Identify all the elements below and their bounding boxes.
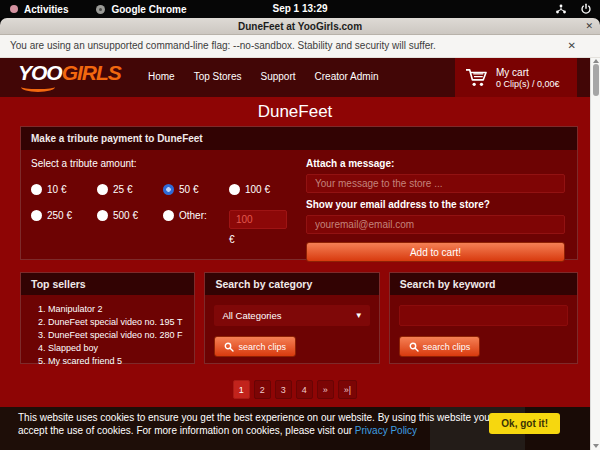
site-header: YOOGIRLS Home Top Stores Support Creator… xyxy=(0,58,590,97)
search-category-panel: Search by category All Categories ▼ sear… xyxy=(204,272,379,364)
search-icon xyxy=(224,342,234,352)
currency-label: € xyxy=(229,234,299,245)
nav-top-stores[interactable]: Top Stores xyxy=(194,71,242,82)
top-seller-item[interactable]: My scared friend 5 xyxy=(48,355,185,368)
network-icon[interactable] xyxy=(555,3,567,15)
cookie-text: This website uses cookies to ensure you … xyxy=(18,412,498,437)
search-clips-label: search clips xyxy=(238,342,286,352)
email-input[interactable] xyxy=(306,215,565,234)
top-seller-item[interactable]: DuneFeet special video no. 280 F xyxy=(48,329,185,342)
browser-viewport: YOOGIRLS Home Top Stores Support Creator… xyxy=(0,58,600,450)
add-to-cart-button[interactable]: Add to cart! xyxy=(306,242,565,262)
page-button-3[interactable]: 3 xyxy=(275,380,292,399)
privacy-policy-link[interactable]: Privacy Policy xyxy=(355,425,417,436)
top-sellers-header: Top sellers xyxy=(21,273,194,295)
radio-icon[interactable] xyxy=(163,210,174,221)
scrollbar-up-arrow[interactable] xyxy=(593,59,599,63)
warning-close-button[interactable]: ✕ xyxy=(568,35,576,57)
top-sellers-list: Manipulator 2 DuneFeet special video no.… xyxy=(30,303,185,368)
radio-option-50[interactable]: 50 € xyxy=(163,184,229,195)
message-label: Attach a message: xyxy=(306,158,565,169)
scrollbar-down-arrow[interactable] xyxy=(593,444,599,448)
scrollbar-thumb[interactable] xyxy=(593,64,599,96)
top-seller-item[interactable]: DuneFeet special video no. 195 T xyxy=(48,316,185,329)
logo-smile-icon xyxy=(21,82,55,92)
search-category-header: Search by category xyxy=(205,273,378,295)
warning-bar: You are using an unsupported command-lin… xyxy=(0,35,600,58)
top-seller-item[interactable]: Slapped boy xyxy=(48,342,185,355)
window-titlebar: DuneFeet at YooGirls.com ✕ xyxy=(0,18,600,35)
tribute-panel: Make a tribute payment to DuneFeet Selec… xyxy=(20,126,578,260)
radio-icon[interactable] xyxy=(229,184,240,195)
page-button-last[interactable]: »| xyxy=(338,380,357,399)
radio-option-other[interactable]: Other: xyxy=(163,210,229,245)
amount-column: Select a tribute amount: 10 € 25 € 50 € … xyxy=(31,158,299,245)
message-input[interactable] xyxy=(306,174,565,193)
nav-creator-admin[interactable]: Creator Admin xyxy=(315,71,379,82)
cart-summary: 0 Clip(s) / 0,00€ xyxy=(496,79,560,89)
cookie-accept-button[interactable]: Ok, got it! xyxy=(489,413,560,434)
page-button-next[interactable]: » xyxy=(317,380,334,399)
category-selected-value: All Categories xyxy=(222,310,281,321)
top-seller-item[interactable]: Manipulator 2 xyxy=(48,303,185,316)
radio-option-100[interactable]: 100 € xyxy=(229,184,299,195)
system-top-bar: Activities Google Chrome Sep 1 13:29 xyxy=(0,0,600,18)
category-select[interactable]: All Categories ▼ xyxy=(214,305,369,326)
screen: Activities Google Chrome Sep 1 13:29 Dun… xyxy=(0,0,600,450)
chevron-down-icon: ▼ xyxy=(355,305,363,326)
main-nav: Home Top Stores Support Creator Admin xyxy=(148,71,378,82)
webpage: YOOGIRLS Home Top Stores Support Creator… xyxy=(0,58,590,450)
logo-yoo: YOO xyxy=(18,61,62,84)
page-title: DuneFeet xyxy=(0,102,590,122)
radio-option-500[interactable]: 500 € xyxy=(97,210,163,245)
clock[interactable]: Sep 1 13:29 xyxy=(0,0,600,18)
search-icon xyxy=(409,342,419,352)
nav-support[interactable]: Support xyxy=(261,71,296,82)
page-button-2[interactable]: 2 xyxy=(254,380,271,399)
radio-icon[interactable] xyxy=(31,210,42,221)
search-clips-category-button[interactable]: search clips xyxy=(214,336,296,357)
nav-home[interactable]: Home xyxy=(148,71,175,82)
radio-option-25[interactable]: 25 € xyxy=(97,184,163,195)
keyword-input[interactable] xyxy=(399,305,568,326)
search-clips-label: search clips xyxy=(423,342,471,352)
amount-label: Select a tribute amount: xyxy=(31,158,299,169)
window-title: DuneFeet at YooGirls.com xyxy=(0,18,600,35)
radio-icon[interactable] xyxy=(31,184,42,195)
window-close-button[interactable]: ✕ xyxy=(585,18,593,34)
scrollbar[interactable] xyxy=(590,58,600,450)
message-column: Attach a message: Show your email addres… xyxy=(306,158,565,262)
page-button-1[interactable]: 1 xyxy=(233,380,250,399)
search-keyword-panel: Search by keyword search clips xyxy=(389,272,578,364)
email-label: Show your email address to the store? xyxy=(306,199,565,210)
my-cart-widget[interactable]: My cart 0 Clip(s) / 0,00€ xyxy=(455,58,577,97)
radio-option-250[interactable]: 250 € xyxy=(31,210,97,245)
other-amount-input[interactable] xyxy=(229,210,287,229)
search-keyword-header: Search by keyword xyxy=(390,273,577,295)
radio-icon[interactable] xyxy=(97,184,108,195)
search-clips-keyword-button[interactable]: search clips xyxy=(399,336,481,357)
cart-icon xyxy=(465,68,487,88)
power-icon[interactable] xyxy=(580,3,592,15)
page-button-4[interactable]: 4 xyxy=(296,380,313,399)
warning-text: You are using an unsupported command-lin… xyxy=(10,35,436,57)
top-sellers-panel: Top sellers Manipulator 2 DuneFeet speci… xyxy=(20,272,195,364)
bottom-panels: Top sellers Manipulator 2 DuneFeet speci… xyxy=(20,272,578,364)
pagination: 1 2 3 4 » »| xyxy=(0,380,590,399)
radio-icon[interactable] xyxy=(97,210,108,221)
radio-icon-checked[interactable] xyxy=(163,184,174,195)
radio-option-10[interactable]: 10 € xyxy=(31,184,97,195)
logo-girls: GIRLS xyxy=(62,61,121,84)
cart-title: My cart xyxy=(496,67,560,78)
tribute-panel-header: Make a tribute payment to DuneFeet xyxy=(21,127,577,150)
cookie-consent-bar: This website uses cookies to ensure you … xyxy=(0,407,590,450)
